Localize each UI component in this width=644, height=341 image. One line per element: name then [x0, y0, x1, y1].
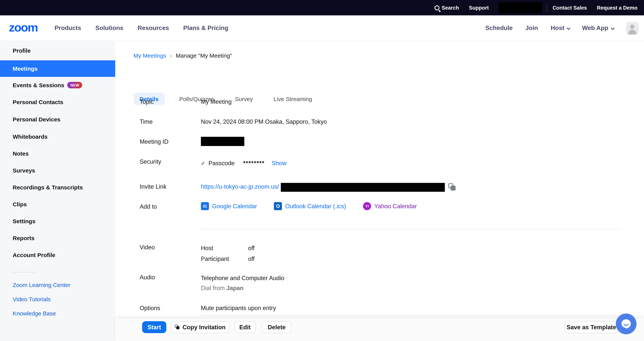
- sidebar-item-personal-devices[interactable]: Personal Devices: [13, 116, 60, 122]
- time-label: Time: [140, 118, 153, 125]
- copy-invite-link-icon[interactable]: [448, 183, 456, 191]
- delete-button[interactable]: Delete: [262, 321, 292, 333]
- meeting-id-label: Meeting ID: [140, 138, 168, 145]
- nav-products[interactable]: Products: [54, 24, 81, 32]
- google-calendar-icon: 31: [201, 202, 209, 210]
- invite-link-url[interactable]: https://u-tokyo-ac-jp.zoom.us/: [201, 183, 279, 190]
- nav-resources[interactable]: Resources: [138, 24, 169, 32]
- contact-sales-link[interactable]: Contact Sales: [552, 5, 587, 10]
- sidebar-item-events-sessions[interactable]: Events & Sessions NEW: [13, 82, 82, 88]
- edit-button[interactable]: Edit: [234, 321, 256, 333]
- dial-country: Japan: [226, 284, 244, 291]
- nav-join[interactable]: Join: [525, 24, 538, 32]
- chevron-down-icon: [610, 26, 614, 30]
- video-participant-label: Participant: [201, 256, 229, 262]
- security-value: ✓Passcode********Show: [201, 160, 286, 167]
- sidebar-item-reports[interactable]: Reports: [13, 235, 34, 241]
- sidebar-item-clips[interactable]: Clips: [13, 201, 27, 208]
- sidebar-item-settings[interactable]: Settings: [13, 218, 35, 224]
- show-passcode-link[interactable]: Show: [272, 160, 286, 166]
- audio-value: Telephone and Computer Audio: [201, 275, 284, 282]
- main-navbar: zoom Products Solutions Resources Plans …: [0, 15, 644, 41]
- main-content: My Meetings › Manage "My Meeting" Detail…: [115, 41, 644, 341]
- search-button[interactable]: Search: [434, 5, 459, 10]
- user-avatar[interactable]: [626, 22, 638, 34]
- add-to-label: Add to: [140, 203, 157, 210]
- section-divider-2: [201, 316, 622, 316]
- avatar-person-icon: [630, 24, 634, 28]
- nav-left-links: Products Solutions Resources Plans & Pri…: [54, 24, 228, 32]
- redacted-meeting-id: [201, 137, 244, 146]
- chat-bubble-icon: [620, 318, 632, 330]
- start-button[interactable]: Start: [142, 321, 166, 333]
- topic-label: Topic: [140, 98, 154, 105]
- save-as-template-button[interactable]: Save as Template: [564, 321, 619, 333]
- audio-label: Audio: [140, 274, 155, 281]
- security-label: Security: [140, 158, 161, 165]
- nav-solutions[interactable]: Solutions: [96, 24, 124, 32]
- add-outlook-calendar-link[interactable]: O Outlook Calendar (.ics): [274, 202, 346, 210]
- search-icon: [434, 5, 439, 10]
- add-yahoo-calendar-link[interactable]: Y! Yahoo Calendar: [363, 202, 417, 210]
- sidebar-item-notes[interactable]: Notes: [13, 150, 28, 157]
- video-host-label: Host: [201, 245, 213, 252]
- tab-survey[interactable]: Survey: [229, 92, 259, 105]
- copy-invitation-button[interactable]: Copy Invitation: [171, 321, 230, 333]
- sidebar-item-meetings[interactable]: Meetings: [0, 60, 115, 77]
- chevron-down-icon: [566, 26, 570, 30]
- top-utility-bar: Search Support Contact Sales Request a D…: [0, 0, 644, 15]
- nav-schedule[interactable]: Schedule: [485, 24, 513, 32]
- copy-icon: [175, 325, 180, 330]
- video-participant-value: off: [248, 256, 255, 262]
- breadcrumb-current: Manage "My Meeting": [176, 52, 232, 59]
- sidebar-item-profile[interactable]: Profile: [13, 47, 30, 54]
- sidebar-link-video-tutorials[interactable]: Video Tutorials: [13, 296, 51, 302]
- topbar-divider: [547, 4, 547, 12]
- passcode-label: Passcode: [208, 160, 234, 166]
- checkmark-icon: ✓: [201, 160, 205, 166]
- request-demo-link[interactable]: Request a Demo: [597, 5, 638, 10]
- zoom-web-portal: Search Support Contact Sales Request a D…: [0, 0, 644, 341]
- passcode-masked: ********: [243, 160, 265, 166]
- breadcrumb-my-meetings[interactable]: My Meetings: [134, 52, 166, 59]
- nav-webapp-menu[interactable]: Web App: [582, 24, 613, 32]
- options-label: Options: [140, 305, 160, 312]
- sidebar-item-personal-contacts[interactable]: Personal Contacts: [13, 99, 63, 105]
- outlook-calendar-icon: O: [274, 202, 282, 210]
- nav-plans-pricing[interactable]: Plans & Pricing: [183, 24, 228, 32]
- yahoo-calendar-icon: Y!: [363, 202, 371, 210]
- nav-host-menu[interactable]: Host: [551, 24, 569, 32]
- sidebar: Profile Meetings Events & Sessions NEW P…: [0, 41, 115, 341]
- topic-value: My Meeting: [201, 98, 232, 105]
- sidebar-item-account-profile[interactable]: Account Profile: [13, 252, 55, 258]
- nav-right-links: Schedule Join Host Web App: [485, 22, 638, 34]
- add-google-calendar-link[interactable]: 31 Google Calendar: [201, 202, 257, 210]
- footer-action-bar: Start Copy Invitation Edit Delete Save a…: [115, 318, 644, 341]
- sidebar-item-surveys[interactable]: Surveys: [13, 167, 35, 174]
- time-value: Nov 24, 2024 08:00 PM Osaka, Sapporo, To…: [201, 118, 327, 125]
- video-label: Video: [140, 244, 155, 251]
- invite-link-label: Invite Link: [140, 183, 166, 190]
- redacted-invite-link: [281, 183, 445, 192]
- sidebar-link-zoom-learning-center[interactable]: Zoom Learning Center: [13, 282, 70, 288]
- new-badge: NEW: [67, 82, 82, 88]
- search-label: Search: [442, 5, 459, 10]
- breadcrumb-chevron-icon: ›: [170, 52, 172, 59]
- sidebar-item-recordings-transcripts[interactable]: Recordings & Transcripts: [13, 184, 83, 190]
- breadcrumb: My Meetings › Manage "My Meeting": [134, 52, 232, 59]
- audio-dial-from: Dial from Japan: [201, 284, 244, 292]
- section-divider: [201, 229, 622, 230]
- chat-widget-button[interactable]: [616, 314, 636, 334]
- sidebar-link-knowledge-base[interactable]: Knowledge Base: [13, 310, 56, 316]
- redacted-account-info: [499, 2, 542, 13]
- options-value: Mute participants upon entry: [201, 305, 276, 312]
- zoom-logo[interactable]: zoom: [9, 21, 38, 35]
- sidebar-divider: [13, 272, 36, 272]
- video-host-value: off: [248, 245, 255, 252]
- support-link[interactable]: Support: [469, 5, 489, 10]
- sidebar-item-whiteboards[interactable]: Whiteboards: [13, 133, 48, 140]
- tab-live-streaming[interactable]: Live Streaming: [268, 92, 318, 105]
